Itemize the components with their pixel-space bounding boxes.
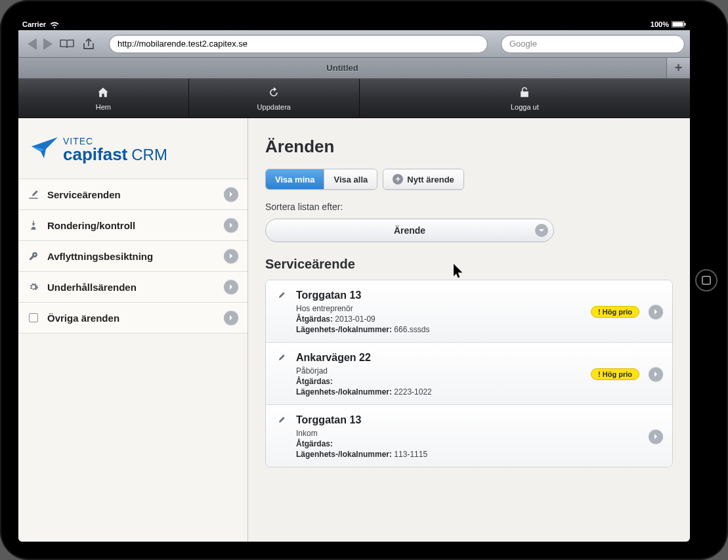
url-input[interactable]: http://mobilarende.test2.capitex.se: [109, 35, 488, 53]
refresh-icon: [267, 86, 281, 100]
card-status: Hos entreprenör: [296, 304, 582, 313]
bookmarks-icon[interactable]: [59, 39, 75, 49]
back-button[interactable]: [28, 38, 37, 50]
sidebar-item-icon: [28, 250, 39, 262]
sidebar-item[interactable]: Serviceärenden: [18, 179, 247, 210]
sidebar-item-label: Serviceärenden: [47, 189, 216, 200]
section-title: Serviceärende: [265, 257, 673, 272]
wrench-icon: [275, 414, 287, 429]
sidebar-item-icon: [28, 281, 39, 293]
card-fixdate: Åtgärdas: 2013-01-09: [296, 314, 582, 324]
browser-tabbar: Untitled +: [18, 58, 690, 79]
sidebar-item-icon: [28, 312, 39, 324]
filter-segment: Visa mina Visa alla: [265, 169, 377, 190]
card-body: Torggatan 13Hos entreprenörÅtgärdas: 201…: [296, 290, 582, 334]
card-fixdate: Åtgärdas:: [296, 439, 639, 448]
sidebar: VITEC capifast CRM ServiceärendenRonderi…: [18, 118, 248, 542]
wifi-icon: [50, 21, 59, 28]
plus-circle-icon: +: [393, 174, 403, 184]
chevron-down-icon: [535, 224, 548, 237]
list-item[interactable]: Torggatan 13InkomÅtgärdas: Lägenhets-/lo…: [266, 405, 672, 467]
sidebar-item-label: Avflyttningsbesiktning: [47, 251, 216, 262]
filter-row: Visa mina Visa alla + Nytt ärende: [265, 169, 673, 190]
svg-rect-1: [673, 22, 683, 27]
card-unit: Lägenhets-/lokalnummer: 2223-1022: [296, 387, 582, 397]
sidebar-item[interactable]: Rondering/kontroll: [18, 210, 247, 241]
home-button[interactable]: [695, 269, 717, 291]
chevron-right-icon: [224, 311, 238, 325]
url-text: http://mobilarende.test2.capitex.se: [118, 39, 247, 49]
wrench-icon: [275, 352, 287, 366]
card-status: Påbörjad: [296, 366, 582, 376]
home-nav-button[interactable]: Hem: [18, 79, 189, 118]
filter-mine-button[interactable]: Visa mina: [266, 169, 324, 189]
home-icon: [96, 86, 110, 100]
forward-button[interactable]: [43, 38, 53, 50]
svg-rect-2: [685, 23, 686, 26]
chevron-right-icon: [649, 305, 663, 319]
chevron-right-icon: [224, 249, 238, 263]
filter-all-button[interactable]: Visa alla: [324, 169, 377, 189]
refresh-button[interactable]: Uppdatera: [189, 79, 360, 118]
card-unit: Lägenhets-/lokalnummer: 113-1115: [296, 450, 639, 459]
logout-label: Logga ut: [511, 103, 539, 111]
priority-badge: ! Hög prio: [591, 306, 639, 318]
ipad-frame: Carrier 100% http://mo: [0, 0, 728, 560]
sort-select[interactable]: Ärende: [265, 219, 554, 242]
status-bar: Carrier 100%: [18, 18, 690, 30]
card-list: Torggatan 13Hos entreprenörÅtgärdas: 201…: [265, 280, 673, 467]
lock-icon: [517, 86, 532, 100]
share-icon[interactable]: [81, 37, 97, 51]
app-toolbar: Hem Uppdatera Logga ut: [18, 79, 690, 118]
sidebar-item[interactable]: Avflyttningsbesiktning: [18, 241, 247, 272]
paperplane-icon: [32, 137, 58, 162]
home-label: Hem: [96, 103, 111, 111]
new-item-segment: + Nytt ärende: [383, 169, 464, 190]
battery-percent: 100%: [651, 20, 669, 28]
sort-label: Sortera listan efter:: [265, 202, 673, 212]
card-title: Torggatan 13: [296, 290, 582, 301]
sidebar-item-icon: [28, 219, 39, 231]
browser-toolbar: http://mobilarende.test2.capitex.se Goog…: [18, 30, 690, 58]
search-placeholder: Google: [509, 39, 537, 49]
logo-line2b: CRM: [131, 147, 167, 163]
main-content: Ärenden Visa mina Visa alla + Nytt ärend…: [248, 118, 690, 542]
list-item[interactable]: Ankarvägen 22PåbörjadÅtgärdas: Lägenhets…: [266, 343, 672, 405]
browser-tab[interactable]: Untitled: [18, 58, 666, 78]
new-item-label: Nytt ärende: [407, 175, 454, 184]
new-tab-button[interactable]: +: [666, 58, 690, 78]
card-unit: Lägenhets-/lokalnummer: 666.sssds: [296, 325, 582, 334]
sidebar-item-icon: [28, 188, 39, 200]
battery-icon: [672, 21, 686, 28]
chevron-right-icon: [649, 367, 663, 381]
tab-title: Untitled: [326, 63, 358, 73]
sidebar-item-label: Underhållsärenden: [47, 282, 216, 293]
sidebar-nav: ServiceärendenRondering/kontrollAvflyttn…: [18, 179, 247, 334]
sidebar-item-label: Övriga ärenden: [47, 312, 216, 324]
card-status: Inkom: [296, 429, 639, 438]
new-item-button[interactable]: + Nytt ärende: [383, 169, 463, 189]
list-item[interactable]: Torggatan 13Hos entreprenörÅtgärdas: 201…: [266, 280, 672, 343]
chevron-right-icon: [224, 280, 238, 294]
search-input[interactable]: Google: [501, 35, 685, 53]
logo-line2a: capifast: [63, 146, 127, 163]
page-body: VITEC capifast CRM ServiceärendenRonderi…: [18, 118, 690, 542]
wrench-icon: [275, 290, 287, 304]
page-title: Ärenden: [265, 137, 673, 157]
sidebar-item[interactable]: Underhållsärenden: [18, 272, 247, 303]
sort-value: Ärende: [394, 225, 425, 236]
card-title: Ankarvägen 22: [296, 352, 582, 364]
logout-button[interactable]: Logga ut: [360, 79, 690, 118]
refresh-label: Uppdatera: [257, 103, 291, 111]
logo: VITEC capifast CRM: [18, 118, 247, 179]
priority-badge: ! Hög prio: [591, 368, 639, 380]
chevron-right-icon: [649, 429, 663, 444]
card-body: Torggatan 13InkomÅtgärdas: Lägenhets-/lo…: [296, 414, 639, 459]
sidebar-item[interactable]: Övriga ärenden: [18, 303, 247, 334]
screen: Carrier 100% http://mo: [18, 18, 690, 542]
chevron-right-icon: [224, 218, 238, 232]
sidebar-item-label: Rondering/kontroll: [47, 220, 216, 231]
card-title: Torggatan 13: [296, 414, 639, 426]
plus-icon: +: [675, 60, 683, 75]
carrier-label: Carrier: [22, 20, 46, 28]
